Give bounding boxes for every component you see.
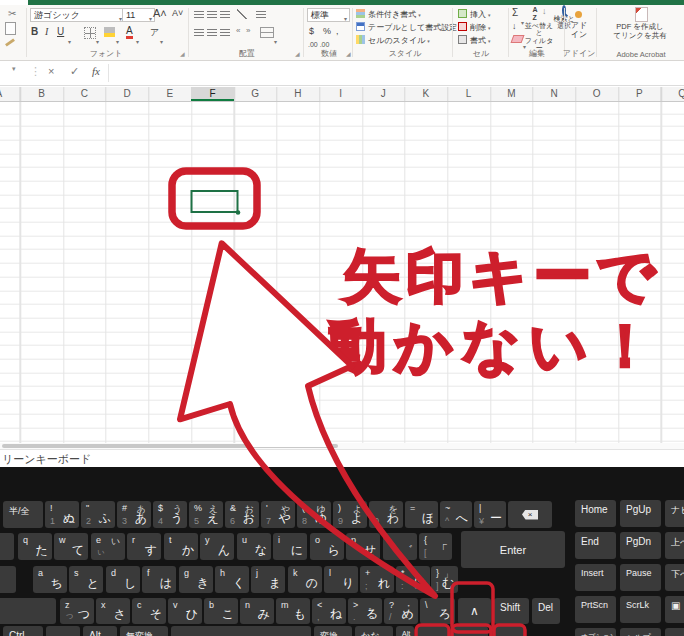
comma-button[interactable]: , [336, 24, 339, 38]
osk-key-shift-left[interactable] [0, 598, 56, 624]
osk-key-け[interactable]: *:け [396, 566, 430, 593]
percent-button[interactable]: % [323, 24, 331, 38]
align-middle-icon[interactable] [207, 9, 217, 18]
column-header-I[interactable]: I [319, 87, 362, 101]
column-header-L[interactable]: L [447, 87, 490, 101]
wrap-text-icon[interactable] [256, 9, 266, 18]
osk-key-あ[interactable]: #あ3あ [117, 501, 151, 528]
column-header-F[interactable]: F [191, 87, 234, 101]
grow-font-button[interactable]: A˄ [153, 6, 167, 20]
column-header-P[interactable]: P [618, 87, 661, 101]
osk-key-arrow-left[interactable]: < [417, 626, 449, 636]
osk-key-せ[interactable]: pせ [346, 533, 380, 560]
chevron-down-icon[interactable] [136, 30, 139, 48]
format-painter-icon[interactable] [5, 38, 15, 46]
styles-button-1[interactable]: テーブルとして書式設定 [356, 22, 460, 35]
osk-key-も[interactable]: mも [276, 598, 310, 624]
osk-key-nav[interactable]: ナビ [665, 500, 684, 527]
chevron-down-icon[interactable] [274, 30, 277, 48]
osk-key-り[interactable]: lり [324, 566, 358, 593]
italic-button[interactable]: I [45, 25, 48, 39]
scrollbar-thumb[interactable] [2, 444, 338, 448]
osk-key-る[interactable]: >。.る [348, 598, 382, 624]
osk-key-delete[interactable]: Del [532, 598, 560, 624]
osk-key-つ[interactable]: zっつ [60, 598, 94, 624]
column-header-D[interactable]: D [106, 87, 149, 101]
borders-button[interactable] [84, 27, 96, 39]
osk-key-こ[interactable]: bこ [204, 598, 238, 624]
osk-key-う[interactable]: $う4う [153, 501, 187, 528]
number-dialog-launcher[interactable]: ◢ [346, 50, 351, 57]
osk-key-arrow-up[interactable]: ∧ [458, 598, 491, 624]
osk-key-ぬ[interactable]: !1ぬ [45, 501, 79, 528]
font-size-combobox[interactable]: 11 [122, 8, 155, 22]
fill-color-button[interactable] [104, 27, 115, 37]
osk-key-の[interactable]: kの [288, 566, 322, 593]
align-center-icon[interactable] [207, 27, 217, 36]
increase-indent-icon[interactable]: » [246, 24, 250, 38]
osk-key-へ[interactable]: ~^へ [440, 501, 472, 528]
column-header-J[interactable]: J [362, 87, 405, 101]
osk-key-ctrl[interactable]: Ctrl [3, 626, 43, 636]
osk-key-pgup[interactable]: PgUp [620, 500, 661, 527]
osk-key-insert[interactable]: Insert [575, 564, 616, 591]
osk-key-や[interactable]: 'や7や [261, 501, 295, 528]
osk-key-て[interactable]: wて [54, 533, 88, 560]
paste-icon[interactable] [5, 22, 16, 35]
osk-key-move-up[interactable]: 上へ [665, 532, 684, 559]
phonetic-button[interactable]: ア [150, 25, 159, 39]
osk-key-ひ[interactable]: vひ [168, 598, 202, 624]
osk-key-dock[interactable]: ▣ [665, 596, 684, 623]
osk-key-help[interactable]: ヘルプ [620, 628, 661, 636]
font-dialog-launcher[interactable]: ◢ [180, 50, 185, 57]
name-box-dropdown[interactable]: ▾ [12, 65, 16, 73]
osk-key-arrow-down[interactable]: ∨ [452, 626, 488, 636]
osk-key-henkan[interactable]: 変換 [314, 626, 352, 636]
osk-key-kana[interactable]: かな [355, 626, 393, 636]
osk-key-move-down[interactable]: 下へ [665, 564, 684, 591]
osk-key-fade[interactable] [665, 628, 684, 636]
align-left-icon[interactable] [194, 27, 204, 36]
osk-key-pgdn[interactable]: PgDn [620, 532, 661, 559]
osk-key-ち[interactable]: aち [33, 566, 67, 593]
currency-button[interactable]: $ [309, 24, 314, 38]
column-header-O[interactable]: O [575, 87, 618, 101]
osk-key-み[interactable]: nみ [240, 598, 274, 624]
osk-key-tab[interactable] [0, 533, 14, 560]
osk-key-か[interactable]: tか [164, 533, 198, 560]
cut-icon[interactable]: ✂ [8, 8, 16, 19]
osk-key-end[interactable]: End [575, 532, 616, 559]
osk-key-ほ[interactable]: =ほ [405, 501, 438, 528]
chevron-down-icon[interactable] [116, 30, 119, 48]
underline-button[interactable]: U [57, 25, 64, 39]
osk-key-す[interactable]: rす [127, 533, 161, 560]
column-header-B[interactable]: B [20, 87, 63, 101]
osk-key-む[interactable]: }」]む [431, 566, 458, 593]
osk-key-「[interactable]: {[「 [419, 533, 452, 560]
osk-key-さ[interactable]: xさ [96, 598, 130, 624]
styles-button-0[interactable]: 条件付き書式 [356, 9, 460, 22]
align-bottom-icon[interactable] [220, 9, 230, 18]
osk-key-pause[interactable]: Pause [620, 564, 661, 591]
cancel-button[interactable]: × [48, 65, 54, 77]
osk-key-enter[interactable]: Enter [461, 531, 565, 568]
osk-key-と[interactable]: sと [69, 566, 103, 593]
osk-key-よ[interactable]: )よ9よ [333, 501, 367, 528]
osk-key-space[interactable] [171, 626, 311, 636]
column-header-M[interactable]: M [490, 87, 533, 101]
osk-key-ー[interactable]: |¥ー [474, 501, 506, 528]
osk-key-alt-left[interactable]: Alt [83, 626, 117, 636]
alignment-dialog-launcher[interactable]: ◢ [295, 50, 300, 57]
osk-key-alt-right[interactable]: Alt [396, 626, 414, 636]
osk-key-caps[interactable] [0, 566, 16, 593]
addins-button[interactable]: アド イン [564, 21, 594, 39]
fill-button[interactable]: ↓ [512, 19, 517, 33]
osk-key-ゆ[interactable]: (ゆ8ゆ [297, 501, 331, 528]
cells-button-0[interactable]: 挿入 [458, 9, 506, 22]
osk-key-え[interactable]: %え5え [189, 501, 223, 528]
orientation-icon[interactable] [237, 9, 247, 19]
autosum-button[interactable]: Σ [512, 6, 518, 20]
chevron-down-icon[interactable] [96, 30, 99, 48]
osk-key-め[interactable]: ?・/め [384, 598, 418, 624]
align-right-icon[interactable] [220, 27, 230, 36]
